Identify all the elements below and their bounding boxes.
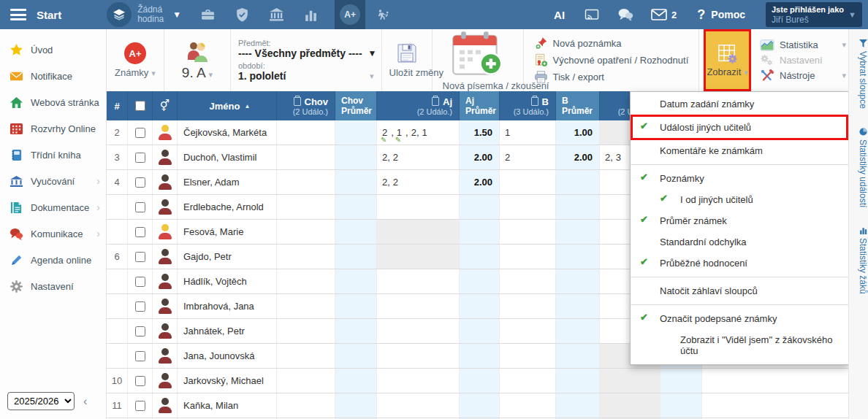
zobrazit-display-options-button[interactable]: Zobrazit▾ (704, 29, 751, 91)
row-checkbox[interactable] (135, 351, 145, 361)
row-checkbox[interactable] (135, 277, 145, 287)
school-year-select[interactable]: 2025/2026 (7, 392, 75, 410)
briefcase-icon[interactable] (200, 7, 216, 23)
menu-item[interactable]: Natočit záhlaví sloupců (631, 280, 848, 301)
grade-cell-aj[interactable] (377, 319, 460, 343)
lesson-layers-icon[interactable] (107, 2, 132, 27)
barchart-icon[interactable] (303, 7, 319, 23)
grade-cell-chov[interactable] (277, 269, 335, 293)
grade-cell-chov[interactable] (277, 369, 335, 393)
menu-item[interactable]: Komentáře ke známkám (631, 140, 848, 161)
grades-module-active-tile[interactable]: A+ (335, 0, 365, 29)
select-all-checkbox[interactable] (135, 101, 145, 111)
student-name[interactable]: Kaňka, Milan (178, 393, 277, 418)
educational-measure-button[interactable]: Výchovné opatření / Rozhodnutí (534, 53, 689, 67)
current-lesson-status[interactable]: Žádná hodina (137, 5, 170, 24)
znamky-module-button[interactable]: A+ Známky▾ (107, 29, 164, 91)
menu-item[interactable]: ✔Označit podepsané známky (631, 308, 848, 329)
chevron-down-icon[interactable]: ▼ (172, 9, 181, 20)
student-name[interactable]: Gajdo, Petr (178, 245, 277, 269)
grade-cell-b[interactable] (500, 319, 556, 343)
grade-cell-aj[interactable] (377, 245, 460, 269)
grade-cell-chov[interactable] (277, 319, 335, 343)
user-account-dropdown[interactable]: Jste přihlášen jako Jiří Bureš ▼ (766, 2, 862, 27)
grade-cell-chov[interactable] (277, 245, 335, 269)
class-selector[interactable]: 9. A▾ (164, 29, 231, 91)
hamburger-menu-icon[interactable] (10, 9, 26, 20)
student-name[interactable]: Elsner, Adam (178, 170, 277, 194)
grade-cell-b[interactable] (500, 220, 556, 244)
sidebar-item-uvod[interactable]: Úvod (0, 36, 106, 63)
grade-cell-aj[interactable] (377, 269, 460, 293)
print-export-button[interactable]: Tisk / export (534, 70, 689, 84)
nastaveni-button[interactable]: Nastavení (760, 54, 846, 67)
grade-cell-b[interactable] (500, 393, 556, 418)
new-note-button[interactable]: Nová poznámka (534, 36, 689, 50)
grade-cell-b[interactable] (500, 245, 556, 269)
student-name[interactable]: Imbrahová, Jana (178, 294, 277, 318)
menu-item[interactable]: ✔Průběžné hodnocení (631, 253, 848, 274)
grade-cell-aj[interactable] (377, 195, 460, 219)
row-checkbox[interactable] (135, 376, 145, 386)
student-name[interactable]: Erdlebache, Arnold (178, 195, 277, 219)
screen-cast-icon[interactable] (584, 7, 600, 22)
grade-cell-chov[interactable] (277, 220, 335, 244)
menu-item[interactable]: ✔Události jiných učitelů (631, 115, 848, 140)
grade-cell-aj[interactable] (377, 220, 460, 244)
grade-cell-chov[interactable] (277, 393, 335, 418)
grade-cell-b[interactable]: 1 (500, 120, 556, 145)
help-button[interactable]: ? Pomoc (697, 7, 745, 23)
grade-cell-aj[interactable] (377, 393, 460, 418)
grade-cell-b[interactable] (500, 269, 556, 293)
grade-cell-aj[interactable] (377, 369, 460, 393)
menu-item[interactable]: Standardní odchylka (631, 231, 848, 253)
save-changes-button[interactable]: Uložit změny (382, 29, 433, 91)
header-column-chovAvg[interactable]: ChovPrůměr (335, 91, 377, 120)
sidebar-item-komunikace[interactable]: Komunikace› (0, 220, 106, 247)
nastroje-button[interactable]: Nástroje▾ (760, 69, 846, 82)
grade-cell-b[interactable] (500, 294, 556, 318)
menu-item[interactable]: Zobrazit i "Viděl jsem" z žákovského účt… (631, 329, 848, 361)
grade-cell-ch[interactable] (600, 393, 660, 418)
sidebar-item-rozvrhy-online[interactable]: Rozvrhy Online (0, 115, 106, 142)
grade-cell-aj[interactable] (377, 344, 460, 368)
row-checkbox[interactable] (135, 202, 145, 212)
grade-cell-chov[interactable] (277, 294, 335, 318)
row-checkbox[interactable] (135, 301, 145, 312)
grade-cell-aj[interactable]: 2, 2 (377, 145, 460, 169)
menu-item[interactable]: ✔Průměr známek (631, 210, 848, 231)
chat-bubbles-icon[interactable] (617, 7, 633, 22)
sidebar-item-tridni-kniha[interactable]: Třídní kniha (0, 142, 106, 168)
grade-cell-aj[interactable]: 2, 2 (377, 170, 460, 194)
right-tab-statistiky-zaku[interactable]: Statistiky žáků (849, 226, 868, 294)
grade-cell-chov[interactable] (277, 145, 335, 169)
sidebar-item-notifikace[interactable]: Notifikace (0, 63, 106, 89)
header-column-chov[interactable]: Chov(2 Událo.) (277, 91, 335, 120)
menu-item[interactable]: ✔I od jiných učitelů (631, 189, 848, 210)
student-name[interactable]: Jahnátek, Petr (178, 319, 277, 343)
row-checkbox[interactable] (135, 128, 145, 138)
mail-icon[interactable] (651, 7, 667, 22)
period-select[interactable]: 1. pololetí ▾ (238, 70, 374, 82)
grade-cell-b[interactable]: 2 (500, 145, 556, 169)
subject-select[interactable]: ---- Všechny předměty ---- ▼ (238, 47, 374, 59)
menu-item[interactable]: ✔Poznámky (631, 168, 848, 189)
grade-cell-b[interactable] (500, 344, 556, 368)
sidebar-item-dokumentace[interactable]: Dokumentace› (0, 194, 106, 220)
student-name[interactable]: Jarkovský, Michael (178, 369, 277, 393)
grade-cell-chov[interactable] (277, 120, 335, 145)
grade-cell-b[interactable] (500, 195, 556, 219)
grade-cell-chov[interactable] (277, 344, 335, 368)
grade-cell-aj[interactable]: 2✎, 1✎, 2, 1 (377, 120, 460, 145)
grade-cell-aj[interactable] (377, 294, 460, 318)
sidebar-item-agenda-online[interactable]: Agenda online (0, 247, 106, 273)
right-tab-statistiky-udalosti[interactable]: Statistiky událostí (849, 128, 868, 207)
student-name[interactable]: Hádlík, Vojtěch (178, 269, 277, 293)
student-name[interactable]: Duchoň, Vlastimil (178, 145, 277, 169)
row-checkbox[interactable] (135, 326, 145, 337)
header-column-b[interactable]: B(3 Událo.) (500, 91, 556, 120)
right-tab-vybrat-sloupce[interactable]: Vybrat sloupce (849, 39, 868, 109)
attendance-walk-icon[interactable] (376, 7, 391, 23)
institution-icon[interactable] (269, 7, 284, 23)
sidebar-item-webova-stranka[interactable]: Webová stránka (0, 89, 106, 115)
